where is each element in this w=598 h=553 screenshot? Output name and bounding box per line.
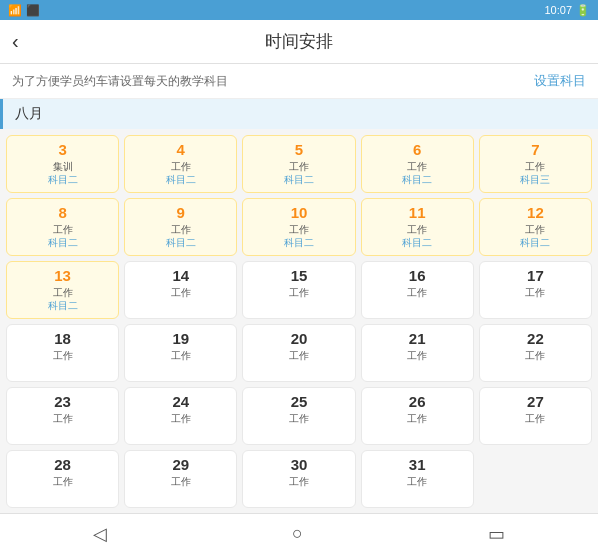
calendar-grid: 3集训科目二4工作科目二5工作科目二6工作科目二7工作科目三8工作科目二9工作科…	[6, 135, 592, 508]
day-number: 9	[177, 204, 185, 221]
day-number: 6	[413, 141, 421, 158]
day-cell[interactable]: 11工作科目二	[361, 198, 474, 256]
day-status: 工作	[525, 412, 545, 425]
day-cell[interactable]: 4工作科目二	[124, 135, 237, 193]
day-status: 工作	[289, 160, 309, 173]
day-cell[interactable]: 27工作	[479, 387, 592, 445]
day-number: 23	[54, 393, 71, 410]
day-status: 工作	[289, 412, 309, 425]
day-cell[interactable]: 18工作	[6, 324, 119, 382]
day-status: 工作	[407, 223, 427, 236]
day-cell[interactable]: 30工作	[242, 450, 355, 508]
day-cell[interactable]: 5工作科目二	[242, 135, 355, 193]
day-number: 22	[527, 330, 544, 347]
day-cell[interactable]: 25工作	[242, 387, 355, 445]
day-number: 12	[527, 204, 544, 221]
day-status: 工作	[525, 223, 545, 236]
day-cell[interactable]: 17工作	[479, 261, 592, 319]
status-right: 10:07 🔋	[544, 4, 590, 17]
status-bar: 📶 ⬛ 10:07 🔋	[0, 0, 598, 20]
nav-back-button[interactable]: ◁	[73, 517, 127, 551]
day-subject: 科目二	[520, 236, 550, 249]
month-label: 八月	[0, 99, 598, 129]
day-cell[interactable]: 16工作	[361, 261, 474, 319]
nav-home-button[interactable]: ○	[272, 517, 323, 550]
day-cell[interactable]: 10工作科目二	[242, 198, 355, 256]
day-cell[interactable]: 24工作	[124, 387, 237, 445]
day-cell[interactable]: 23工作	[6, 387, 119, 445]
day-cell[interactable]: 20工作	[242, 324, 355, 382]
nav-menu-button[interactable]: ▭	[468, 517, 525, 551]
day-cell[interactable]: 28工作	[6, 450, 119, 508]
day-subject: 科目二	[48, 173, 78, 186]
day-number: 31	[409, 456, 426, 473]
day-cell[interactable]: 21工作	[361, 324, 474, 382]
day-number: 8	[58, 204, 66, 221]
day-cell[interactable]: 22工作	[479, 324, 592, 382]
day-number: 29	[172, 456, 189, 473]
day-cell[interactable]: 31工作	[361, 450, 474, 508]
day-number: 7	[531, 141, 539, 158]
day-number: 15	[291, 267, 308, 284]
day-number: 16	[409, 267, 426, 284]
day-number: 5	[295, 141, 303, 158]
day-cell[interactable]: 15工作	[242, 261, 355, 319]
day-cell	[479, 450, 592, 508]
day-subject: 科目二	[166, 173, 196, 186]
day-status: 工作	[171, 475, 191, 488]
day-number: 13	[54, 267, 71, 284]
day-cell[interactable]: 3集训科目二	[6, 135, 119, 193]
day-number: 28	[54, 456, 71, 473]
day-number: 14	[172, 267, 189, 284]
day-subject: 科目二	[284, 236, 314, 249]
day-status: 工作	[53, 475, 73, 488]
day-cell[interactable]: 14工作	[124, 261, 237, 319]
day-subject: 科目二	[284, 173, 314, 186]
day-number: 3	[58, 141, 66, 158]
calendar-container: 3集训科目二4工作科目二5工作科目二6工作科目二7工作科目三8工作科目二9工作科…	[0, 129, 598, 513]
day-status: 工作	[525, 349, 545, 362]
day-cell[interactable]: 29工作	[124, 450, 237, 508]
day-subject: 科目三	[520, 173, 550, 186]
day-cell[interactable]: 26工作	[361, 387, 474, 445]
day-cell[interactable]: 12工作科目二	[479, 198, 592, 256]
app-header: ‹ 时间安排	[0, 20, 598, 64]
day-number: 18	[54, 330, 71, 347]
day-subject: 科目二	[402, 173, 432, 186]
day-number: 21	[409, 330, 426, 347]
day-subject: 科目二	[166, 236, 196, 249]
day-cell[interactable]: 7工作科目三	[479, 135, 592, 193]
day-number: 19	[172, 330, 189, 347]
sub-header: 为了方便学员约车请设置每天的教学科目 设置科目	[0, 64, 598, 99]
day-status: 工作	[407, 286, 427, 299]
day-status: 工作	[407, 412, 427, 425]
day-number: 30	[291, 456, 308, 473]
day-cell[interactable]: 9工作科目二	[124, 198, 237, 256]
day-status: 工作	[171, 160, 191, 173]
day-status: 集训	[53, 160, 73, 173]
day-status: 工作	[525, 160, 545, 173]
battery-icon: 🔋	[576, 4, 590, 17]
day-status: 工作	[171, 223, 191, 236]
day-cell[interactable]: 6工作科目二	[361, 135, 474, 193]
day-status: 工作	[289, 349, 309, 362]
sub-header-desc: 为了方便学员约车请设置每天的教学科目	[12, 73, 228, 90]
day-status: 工作	[525, 286, 545, 299]
signal-icon: 📶	[8, 4, 22, 17]
day-status: 工作	[171, 349, 191, 362]
day-status: 工作	[289, 223, 309, 236]
day-number: 26	[409, 393, 426, 410]
set-subject-link[interactable]: 设置科目	[534, 72, 586, 90]
bottom-nav: ◁ ○ ▭	[0, 513, 598, 553]
day-status: 工作	[53, 349, 73, 362]
day-cell[interactable]: 19工作	[124, 324, 237, 382]
day-number: 20	[291, 330, 308, 347]
back-button[interactable]: ‹	[12, 26, 27, 57]
day-cell[interactable]: 8工作科目二	[6, 198, 119, 256]
day-status: 工作	[53, 412, 73, 425]
time-label: 10:07	[544, 4, 572, 16]
day-number: 27	[527, 393, 544, 410]
day-subject: 科目二	[402, 236, 432, 249]
day-cell[interactable]: 13工作科目二	[6, 261, 119, 319]
day-number: 24	[172, 393, 189, 410]
